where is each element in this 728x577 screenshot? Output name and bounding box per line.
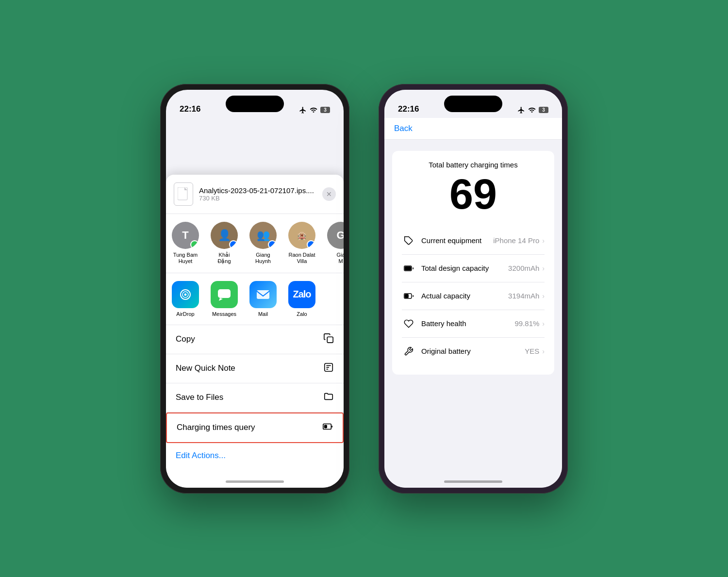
battery-row-health[interactable]: Battery health 99.81% › [402,310,545,338]
action-quick-note[interactable]: New Quick Note [166,354,344,383]
charge-title: Total battery charging times [402,161,545,169]
share-sheet-container: Analytics-2023-05-21-072107.ips.... 730 … [166,118,344,488]
contact-item[interactable]: G GiaM [321,222,344,264]
edit-actions-label: Edit Actions... [176,451,226,460]
back-button[interactable]: Back [394,124,413,133]
charge-number: 69 [402,173,545,215]
share-close-button[interactable]: ✕ [322,187,336,201]
chevron-icon-actual: › [542,292,545,300]
edit-actions[interactable]: Edit Actions... [166,443,344,468]
status-time-2: 22:16 [398,104,419,114]
app-name-mail: Mail [258,311,268,317]
app-item-mail[interactable]: Mail [244,281,282,317]
battery-row-actual-capacity[interactable]: Actual capacity 3194mAh › [402,282,545,310]
save-files-icon [323,391,334,404]
contact-avatar-khai: 👤 [211,222,238,249]
share-file-info: Analytics-2023-05-21-072107.ips.... 730 … [199,186,322,202]
wifi-icon-2 [528,106,536,114]
svg-marker-5 [219,298,223,301]
battery-content: Total battery charging times 69 Current … [392,151,554,375]
equipment-value: iPhone 14 Pro [493,236,539,245]
app-name-airdrop: AirDrop [176,311,194,317]
messages-app-icon [211,281,238,308]
phone-2: 22:16 3 Back Total battery charging time… [379,84,568,494]
battery-health-value: 99.81% [514,319,539,328]
contact-name-gia: GiaM [336,252,344,264]
app-item-messages[interactable]: Messages [205,281,244,317]
chevron-icon-design: › [542,264,545,272]
svg-rect-6 [257,290,269,299]
contact-avatar-raon: 🏨 [288,222,315,249]
battery-half-icon [402,289,415,303]
status-icons-1: 3 [299,106,330,114]
quick-note-icon [323,362,334,375]
action-charging-label: Charging times query [177,423,255,432]
share-file-size: 730 KB [199,195,322,202]
design-capacity-value: 3200mAh [508,264,539,272]
zalo-app-icon: Zalo [288,281,315,308]
share-file-name: Analytics-2023-05-21-072107.ips.... [199,186,322,195]
contact-avatar-tung: T [172,222,199,249]
app-item-airdrop[interactable]: AirDrop [166,281,205,317]
dynamic-island-1 [226,96,284,112]
battery-badge-1: 3 [320,107,330,113]
apps-row: AirDrop Messages [166,273,344,325]
airplane-icon [299,106,307,114]
action-list: Copy New Quick Note [166,325,344,443]
app-name-zalo: Zalo [297,311,307,317]
battery-row-equipment[interactable]: Current equipment iPhone 14 Pro › [402,227,545,255]
original-battery-label: Original battery [421,347,525,355]
battery-rows: Current equipment iPhone 14 Pro › [402,227,545,365]
svg-rect-7 [327,337,333,343]
actual-capacity-value: 3194mAh [508,292,539,300]
contact-avatar-gia: G [327,222,344,249]
svg-point-3 [184,293,187,296]
original-battery-value: YES [525,347,539,355]
contact-name-tung: Tung BamHuyet [173,252,198,264]
heart-icon [402,317,415,330]
dynamic-island-2 [444,96,502,112]
battery-row-original[interactable]: Original battery YES › [402,338,545,365]
action-copy[interactable]: Copy [166,325,344,354]
chevron-icon-health: › [542,320,545,328]
action-charging-query[interactable]: Charging times query [166,412,344,443]
badge-zalo-giang [268,240,277,249]
action-save-files[interactable]: Save to Files [166,383,344,412]
chevron-icon-original: › [542,347,545,355]
contact-item[interactable]: T Tung BamHuyet [166,222,205,264]
phone-2-screen: 22:16 3 Back Total battery charging time… [384,90,562,488]
airplane-icon-2 [517,106,525,114]
share-sheet: Analytics-2023-05-21-072107.ips.... 730 … [166,175,344,487]
battery-badge-2: 3 [539,107,548,113]
battery-full-icon [402,262,415,275]
share-header: Analytics-2023-05-21-072107.ips.... 730 … [166,182,344,214]
action-quick-note-label: New Quick Note [176,363,235,373]
home-indicator-2 [444,480,502,483]
app-name-messages: Messages [212,311,236,317]
file-icon [174,182,193,206]
svg-rect-14 [325,425,327,428]
wrench-icon [402,345,415,358]
badge-zalo-raon [307,240,315,249]
actual-capacity-label: Actual capacity [421,292,508,300]
svg-rect-21 [405,294,409,297]
contact-item[interactable]: 🏨 Raon DalatVilla [282,222,321,264]
contact-name-khai: KhảiĐặng [217,252,231,264]
chevron-icon-equipment: › [542,237,545,245]
contact-item[interactable]: 👥 GiangHuynh [244,222,282,264]
phone-1-screen: 22:16 3 [166,90,344,488]
contact-avatar-giang: 👥 [249,222,277,249]
battery-row-design-capacity[interactable]: Total design capacity 3200mAh › [402,255,545,282]
home-indicator-1 [226,480,284,483]
contact-name-raon: Raon DalatVilla [288,252,315,264]
svg-rect-4 [218,289,231,298]
status-time-1: 22:16 [180,104,200,114]
equipment-label: Current equipment [421,236,493,245]
app-item-zalo[interactable]: Zalo Zalo [282,281,321,317]
battery-detail: Back Total battery charging times 69 [384,90,562,488]
contacts-row: T Tung BamHuyet 👤 KhảiĐặng [166,214,344,273]
contact-item[interactable]: 👤 KhảiĐặng [205,222,244,264]
wifi-icon [310,106,317,114]
badge-messages [190,240,199,249]
action-copy-label: Copy [176,334,195,344]
